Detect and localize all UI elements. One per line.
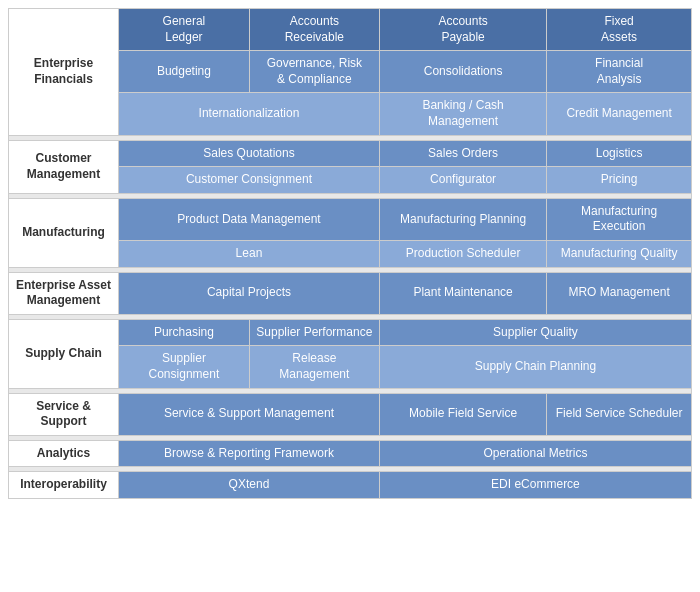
table-cell: Manufacturing Execution [547, 198, 692, 240]
section-label: Supply Chain [9, 319, 119, 388]
table-cell: Governance, Risk & Compliance [249, 51, 379, 93]
table-cell: Release Management [249, 346, 379, 388]
table-row: Customer ManagementSales QuotationsSales… [9, 140, 692, 167]
table-cell: Lean [119, 240, 380, 267]
table-cell: Browse & Reporting Framework [119, 440, 380, 467]
table-row: Enterprise Asset ManagementCapital Proje… [9, 272, 692, 314]
table-cell: Operational Metrics [379, 440, 691, 467]
table-cell: Sales Orders [379, 140, 546, 167]
table-cell: Pricing [547, 167, 692, 194]
table-row: Supply ChainPurchasingSupplier Performan… [9, 319, 692, 346]
section-label: Service & Support [9, 393, 119, 435]
table-cell: Accounts Payable [379, 9, 546, 51]
table-cell: Internationalization [119, 93, 380, 135]
table-cell: Mobile Field Service [379, 393, 546, 435]
table-row: Service & SupportService & Support Manag… [9, 393, 692, 435]
table-row: InteroperabilityQXtendEDI eCommerce [9, 472, 692, 499]
main-table: Enterprise FinancialsGeneral LedgerAccou… [8, 8, 692, 499]
table-cell: Financial Analysis [547, 51, 692, 93]
table-row: ManufacturingProduct Data ManagementManu… [9, 198, 692, 240]
table-cell: Purchasing [119, 319, 250, 346]
table-cell: EDI eCommerce [379, 472, 691, 499]
table-cell: Supplier Quality [379, 319, 691, 346]
table-cell: QXtend [119, 472, 380, 499]
section-label: Enterprise Financials [9, 9, 119, 136]
table-cell: General Ledger [119, 9, 250, 51]
table-cell: Customer Consignment [119, 167, 380, 194]
table-cell: Field Service Scheduler [547, 393, 692, 435]
table-cell: Product Data Management [119, 198, 380, 240]
table-row: AnalyticsBrowse & Reporting FrameworkOpe… [9, 440, 692, 467]
section-label: Customer Management [9, 140, 119, 193]
section-label: Manufacturing [9, 198, 119, 267]
section-label: Analytics [9, 440, 119, 467]
table-cell: Manufacturing Quality [547, 240, 692, 267]
table-cell: Supplier Consignment [119, 346, 250, 388]
table-cell: Manufacturing Planning [379, 198, 546, 240]
table-cell: Consolidations [379, 51, 546, 93]
section-label: Enterprise Asset Management [9, 272, 119, 314]
table-cell: Supply Chain Planning [379, 346, 691, 388]
table-cell: Banking / Cash Management [379, 93, 546, 135]
table-cell: Credit Management [547, 93, 692, 135]
table-cell: Budgeting [119, 51, 250, 93]
table-cell: Supplier Performance [249, 319, 379, 346]
table-cell: Accounts Receivable [249, 9, 379, 51]
table-cell: Logistics [547, 140, 692, 167]
table-cell: Configurator [379, 167, 546, 194]
table-cell: MRO Management [547, 272, 692, 314]
table-cell: Fixed Assets [547, 9, 692, 51]
table-row: Enterprise FinancialsGeneral LedgerAccou… [9, 9, 692, 51]
table-cell: Plant Maintenance [379, 272, 546, 314]
table-cell: Service & Support Management [119, 393, 380, 435]
table-cell: Capital Projects [119, 272, 380, 314]
table-cell: Sales Quotations [119, 140, 380, 167]
table-cell: Production Scheduler [379, 240, 546, 267]
section-label: Interoperability [9, 472, 119, 499]
